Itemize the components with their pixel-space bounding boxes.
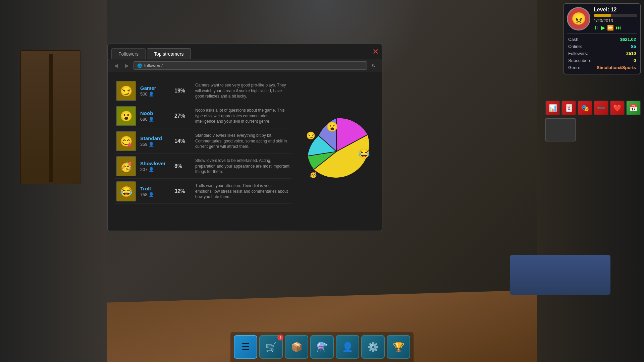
hud-avatar: 😠 bbox=[567, 7, 590, 31]
sofa bbox=[510, 255, 610, 295]
online-label: Online: bbox=[568, 44, 582, 49]
viewer-count-gamer: 500 bbox=[140, 92, 170, 97]
tab-bar: Followers Top streamers ✕ bbox=[108, 44, 382, 59]
viewer-percent-standard: 14% bbox=[174, 138, 191, 144]
minus-icon-button[interactable]: ➖ bbox=[594, 101, 608, 115]
pie-wrapper: 😮 😂 😏 🥳 bbox=[300, 115, 373, 188]
calendar-icon-button[interactable]: 📅 bbox=[626, 101, 641, 115]
viewer-percent-troll: 32% bbox=[174, 188, 191, 194]
viewer-row-noob: 😮 Noob 686 27% Noob asks a lot of questi… bbox=[115, 104, 291, 128]
taskbar-list-button[interactable]: ☰ bbox=[234, 335, 257, 359]
hud-avatar-row: 😠 Level: 12 1/20/2013 ⏸ ▶ ⏩ ⏭ bbox=[567, 7, 637, 31]
hud-stat-subscribers: Subscribers: 0 bbox=[567, 57, 637, 64]
viewer-desc-troll: Trolls want your attention. Their diet i… bbox=[195, 183, 290, 200]
globe-icon: 🌐 bbox=[137, 63, 142, 68]
shop-badge: ! bbox=[277, 335, 283, 341]
cash-value: $621.02 bbox=[620, 37, 636, 42]
viewer-row-standard: 😋 Standard 359 14% Standard viewers like… bbox=[115, 129, 291, 154]
hud-panel: 😠 Level: 12 1/20/2013 ⏸ ▶ ⏩ ⏭ Cash: $621… bbox=[564, 3, 641, 74]
back-button[interactable]: ◀ bbox=[112, 62, 120, 69]
viewer-name-troll: Troll bbox=[140, 186, 170, 191]
hud-right: Level: 12 1/20/2013 ⏸ ▶ ⏩ ⏭ bbox=[594, 7, 637, 31]
heart-icon-button[interactable]: ❤️ bbox=[610, 101, 625, 115]
viewer-count-standard: 359 bbox=[140, 142, 170, 147]
browser-bar: ◀ ▶ 🌐 followers/ ↻ bbox=[108, 59, 382, 72]
viewer-info-gamer: Gamer 500 bbox=[140, 85, 170, 97]
url-bar[interactable]: 🌐 followers/ bbox=[133, 61, 367, 70]
hud-controls: ⏸ ▶ ⏩ ⏭ bbox=[594, 24, 637, 31]
avatar-standard: 😋 bbox=[116, 131, 136, 151]
viewer-percent-gamer: 19% bbox=[174, 88, 191, 94]
main-dialog: Followers Top streamers ✕ ◀ ▶ 🌐 follower… bbox=[107, 44, 382, 231]
skip-button[interactable]: ⏭ bbox=[616, 24, 621, 31]
viewer-info-troll: Troll 758 bbox=[140, 186, 170, 197]
viewer-desc-noob: Noob asks a lot of questions about the g… bbox=[195, 108, 290, 124]
hud-stat-online: Online: 85 bbox=[567, 43, 637, 50]
viewer-row-showlover: 🥳 Showlover 207 8% Show lovers love to b… bbox=[115, 154, 291, 179]
viewer-desc-standard: Standard viewers likes everything bit by… bbox=[195, 133, 290, 149]
taskbar-settings-button[interactable]: ⚙️ bbox=[361, 335, 385, 359]
followers-label: Followers: bbox=[568, 51, 588, 56]
hud-stat-genre: Genre: Simulation&Sports bbox=[567, 64, 637, 71]
viewer-info-noob: Noob 686 bbox=[140, 110, 170, 122]
taskbar-person-button[interactable]: 👤 bbox=[336, 335, 359, 359]
pause-button[interactable]: ⏸ bbox=[594, 24, 599, 31]
pie-chart bbox=[300, 115, 373, 188]
hud-stat-followers: Followers: 2510 bbox=[567, 50, 637, 57]
play-button[interactable]: ▶ bbox=[601, 24, 605, 31]
forward-button[interactable]: ▶ bbox=[123, 62, 131, 69]
avatar-troll: 😂 bbox=[116, 181, 136, 201]
taskbar-flask-button[interactable]: ⚗️ bbox=[310, 335, 334, 359]
hud-stat-cash: Cash: $621.02 bbox=[567, 36, 637, 43]
taskbar: ☰ 🛒 ! 📦 ⚗️ 👤 ⚙️ 🏆 bbox=[230, 332, 414, 362]
viewer-list: 😏 Gamer 500 19% Gamers want to see very … bbox=[115, 79, 291, 224]
genre-value: Simulation&Sports bbox=[597, 65, 636, 70]
genre-label: Genre: bbox=[568, 65, 582, 70]
pie-chart-area: 😮 😂 😏 🥳 bbox=[298, 79, 375, 224]
content-area: 😏 Gamer 500 19% Gamers want to see very … bbox=[108, 72, 382, 231]
cash-label: Cash: bbox=[568, 37, 580, 42]
close-button[interactable]: ✕ bbox=[372, 48, 378, 56]
viewer-count-noob: 686 bbox=[140, 117, 170, 122]
viewer-row-troll: 😂 Troll 758 32% Trolls want your attenti… bbox=[115, 179, 291, 204]
fast-forward-button[interactable]: ⏩ bbox=[607, 24, 614, 31]
refresh-button[interactable]: ↻ bbox=[370, 62, 378, 69]
taskbar-shop-button[interactable]: 🛒 ! bbox=[259, 335, 283, 359]
viewer-name-showlover: Showlover bbox=[140, 161, 170, 166]
subscribers-value: 0 bbox=[634, 58, 636, 63]
small-preview bbox=[545, 118, 576, 141]
mask-icon-button[interactable]: 🎭 bbox=[578, 101, 592, 115]
toolbar-right: 📊 🃏 🎭 ➖ ❤️ 📅 bbox=[545, 101, 641, 141]
viewer-info-showlover: Showlover 207 bbox=[140, 161, 170, 172]
tab-top-streamers[interactable]: Top streamers bbox=[147, 48, 191, 59]
wardrobe bbox=[20, 50, 80, 184]
viewer-name-noob: Noob bbox=[140, 110, 170, 116]
viewer-count-showlover: 207 bbox=[140, 167, 170, 172]
viewer-desc-showlover: Show lovers love to be entertained. Acti… bbox=[195, 158, 290, 175]
viewer-name-gamer: Gamer bbox=[140, 85, 170, 91]
hud-level: Level: 12 bbox=[594, 7, 637, 13]
hud-stats: Cash: $621.02 Online: 85 Followers: 2510… bbox=[567, 34, 637, 71]
meme-icon-button[interactable]: 🃏 bbox=[561, 101, 576, 115]
avatar-gamer: 😏 bbox=[116, 81, 136, 101]
avatar-showlover: 🥳 bbox=[116, 156, 136, 176]
url-text: followers/ bbox=[144, 63, 163, 68]
graph-icon-button[interactable]: 📊 bbox=[545, 101, 560, 115]
viewer-count-troll: 758 bbox=[140, 192, 170, 197]
tab-followers[interactable]: Followers bbox=[111, 48, 146, 59]
viewer-row-gamer: 😏 Gamer 500 19% Gamers want to see very … bbox=[115, 79, 291, 103]
taskbar-book-button[interactable]: 📦 bbox=[285, 335, 308, 359]
subscribers-label: Subscribers: bbox=[568, 58, 592, 63]
hud-xp-bar bbox=[594, 14, 637, 17]
viewer-info-standard: Standard 359 bbox=[140, 135, 170, 147]
followers-value: 2510 bbox=[626, 51, 636, 56]
viewer-name-standard: Standard bbox=[140, 135, 170, 141]
taskbar-trophy-button[interactable]: 🏆 bbox=[387, 335, 410, 359]
hud-xp-fill bbox=[594, 14, 611, 17]
viewer-desc-gamer: Gamers want to see very good pro-like pl… bbox=[195, 82, 290, 99]
hud-date: 1/20/2013 bbox=[594, 18, 637, 23]
online-value: 85 bbox=[631, 44, 636, 49]
avatar-noob: 😮 bbox=[116, 106, 136, 126]
viewer-percent-showlover: 8% bbox=[174, 163, 191, 169]
viewer-percent-noob: 27% bbox=[174, 113, 191, 119]
